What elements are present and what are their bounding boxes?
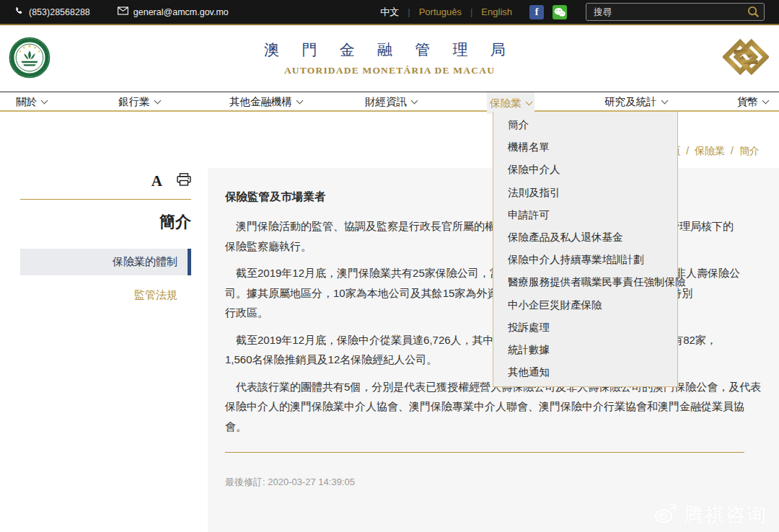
site-title-pt: AUTORIDADE MONETÁRIA DE MACAU (0, 65, 779, 76)
email-address: general@amcm.gov.mo (133, 7, 229, 17)
insurance-dropdown-menu: 簡介 機構名單 保險中介人 法則及指引 申請許可 保險產品及私人退休基金 保險中… (493, 112, 678, 387)
nav-banking[interactable]: 銀行業 (118, 92, 160, 111)
phone-number: (853)28568288 (29, 7, 90, 17)
sidebar-divider (20, 199, 191, 200)
nav-other-financial[interactable]: 其他金融機構 (229, 92, 302, 111)
chevron-down-icon (525, 98, 532, 105)
menu-item-application[interactable]: 申請許可 (493, 204, 677, 226)
top-bar: (853)28568288 general@amcm.gov.mo 中文 | P… (0, 0, 779, 25)
nav-about[interactable]: 關於 (16, 92, 47, 111)
content-divider (225, 452, 744, 453)
main-nav: 關於 銀行業 其他金融機構 財經資訊 保險業 研究及統計 貨幣 (0, 92, 779, 112)
site-title-zh: 澳 門 金 融 管 理 局 (0, 40, 779, 60)
menu-item-cpd-program[interactable]: 保險中介人持續專業培訓計劃 (493, 249, 677, 271)
menu-item-products-pension-funds[interactable]: 保險產品及私人退休基金 (493, 226, 677, 249)
nav-currency[interactable]: 貨幣 (737, 92, 768, 111)
chevron-down-icon (411, 97, 418, 104)
nav-research-statistics[interactable]: 研究及統計 (604, 92, 667, 111)
mail-icon (118, 6, 128, 17)
chevron-down-icon (41, 97, 48, 104)
paragraph-line: 保險中介人的澳門保險業中介人協會、澳門保險專業中介人聯會、澳門保險中介行業協會和… (225, 396, 750, 417)
search-input[interactable] (586, 3, 765, 21)
sidebar-tools: A (20, 173, 191, 199)
menu-item-other-notices[interactable]: 其他通知 (493, 361, 677, 384)
menu-item-laws-guidelines[interactable]: 法則及指引 (493, 182, 677, 204)
site-titles: 澳 門 金 融 管 理 局 AUTORIDADE MONETÁRIA DE MA… (0, 40, 779, 76)
page: (853)28568288 general@amcm.gov.mo 中文 | P… (0, 0, 779, 532)
lang-pt[interactable]: Português (410, 6, 470, 17)
chevron-down-icon (154, 97, 161, 104)
nav-insurance[interactable]: 保險業 (487, 92, 534, 114)
sidebar-item-regulations[interactable]: 監管法規 (20, 288, 191, 302)
sidebar-item-insurance-system[interactable]: 保險業的體制 (20, 249, 191, 275)
menu-item-intro[interactable]: 簡介 (493, 114, 677, 136)
chevron-down-icon (296, 97, 304, 104)
phone-contact[interactable]: (853)28568288 (14, 6, 90, 18)
weibo-icon (653, 502, 678, 527)
menu-item-insurance-intermediaries[interactable]: 保險中介人 (493, 159, 677, 181)
lang-zh[interactable]: 中文 (371, 6, 408, 19)
menu-item-statistics[interactable]: 統計數據 (493, 339, 677, 361)
menu-item-medical-liability-insurance[interactable]: 醫療服務提供者職業民事責任強制保險 (493, 271, 677, 293)
watermark: 腾祺咨询 (653, 502, 767, 528)
phone-icon (14, 6, 24, 18)
site-header: 澳 門 金 融 管 理 局 AUTORIDADE MONETÁRIA DE MA… (0, 25, 779, 92)
chevron-down-icon (661, 97, 668, 104)
search-box (586, 3, 765, 21)
menu-item-institutions-list[interactable]: 機構名單 (493, 136, 677, 159)
breadcrumb-insurance[interactable]: 保險業 (695, 145, 725, 158)
nav-financial-info[interactable]: 財經資訊 (365, 92, 417, 111)
last-modified: 最後修訂: 2020-03-27 14:39:05 (225, 476, 750, 489)
amcm-logo (723, 37, 769, 81)
email-contact[interactable]: general@amcm.gov.mo (118, 6, 229, 17)
print-icon[interactable] (177, 173, 191, 189)
menu-item-complaints[interactable]: 投訴處理 (493, 316, 677, 339)
sidebar-title: 簡介 (20, 211, 191, 233)
font-size-icon[interactable]: A (151, 174, 162, 189)
lang-en[interactable]: English (472, 6, 521, 17)
chevron-down-icon (762, 97, 770, 104)
topbar-right: 中文 | Português | English f (371, 3, 765, 21)
breadcrumb-intro[interactable]: 簡介 (739, 145, 760, 158)
watermark-text: 腾祺咨询 (684, 502, 767, 528)
breadcrumb-separator: / (686, 145, 689, 158)
menu-item-sme-catastrophe-insurance[interactable]: 中小企巨災財產保險 (493, 294, 677, 316)
search-icon[interactable] (747, 6, 760, 21)
wechat-icon[interactable] (553, 5, 567, 19)
breadcrumb-separator: / (731, 145, 734, 158)
facebook-icon[interactable]: f (529, 5, 544, 19)
paragraph-line: 會。 (225, 417, 750, 437)
sidebar: A 簡介 保險業的體制 監管法規 (20, 173, 191, 302)
